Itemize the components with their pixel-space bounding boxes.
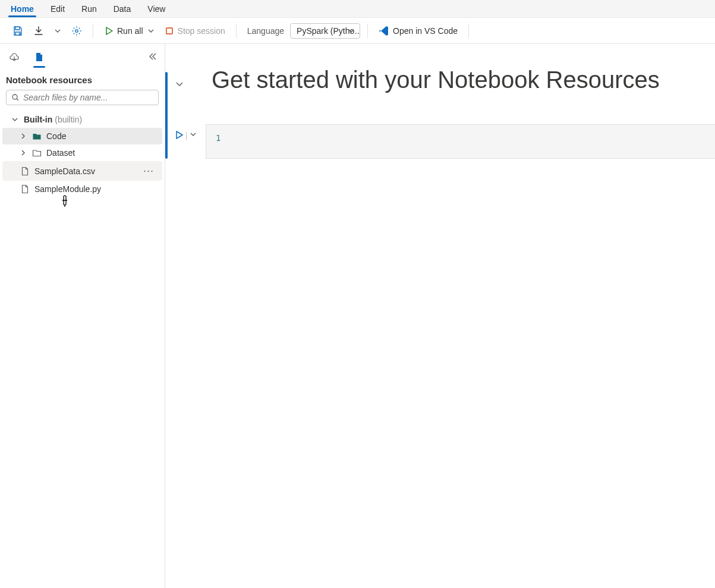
vscode-icon <box>379 26 389 36</box>
toolbar-divider <box>236 24 237 38</box>
play-icon <box>174 130 184 140</box>
notebook-title: Get started with your Notebook Resources <box>165 44 715 108</box>
save-icon <box>12 25 24 37</box>
menu-bar: Home Edit Run Data View <box>0 0 715 18</box>
search-icon <box>11 93 20 102</box>
run-all-button[interactable]: Run all <box>100 24 159 38</box>
run-all-label: Run all <box>117 26 143 36</box>
stop-icon <box>165 26 174 36</box>
settings-icon <box>71 26 82 36</box>
tree-file-samplemodule[interactable]: SampleModule.py <box>2 181 162 197</box>
toolbar-divider <box>468 24 469 38</box>
toolbar: Run all Stop session Language PySpark (P… <box>0 18 715 44</box>
folder-icon <box>32 131 42 141</box>
menu-run[interactable]: Run <box>73 1 105 17</box>
svg-point-2 <box>12 95 17 99</box>
open-vscode-label: Open in VS Code <box>393 26 458 36</box>
folder-open-icon <box>32 148 42 158</box>
play-icon <box>104 26 114 36</box>
file-more-button[interactable]: ··· <box>140 165 158 177</box>
svg-rect-1 <box>166 28 172 34</box>
tree-file-samplemodule-label: SampleModule.py <box>34 184 101 194</box>
tree-root-label: Built-in(builtin) <box>24 115 82 124</box>
tree-file-sampledata-label: SampleData.csv <box>34 166 95 176</box>
resource-tree: Built-in(builtin) Code Datase <box>0 111 165 197</box>
code-editor[interactable]: 1 <box>206 124 715 159</box>
chevron-down-icon <box>11 115 19 124</box>
active-cell-marker <box>165 72 168 159</box>
notebook-content: Get started with your Notebook Resources… <box>165 44 715 588</box>
collapse-sidebar-button[interactable] <box>148 52 158 63</box>
file-icon <box>20 184 30 194</box>
toolbar-divider <box>367 24 368 38</box>
sidebar-title: Notebook resources <box>0 67 165 90</box>
sidebar: Notebook resources Built-in(builtin) <box>0 44 165 588</box>
tree-file-sampledata[interactable]: SampleData.csv ··· <box>2 161 162 181</box>
download-icon <box>33 26 44 36</box>
collapse-cell-button[interactable] <box>175 80 184 91</box>
main-area: Notebook resources Built-in(builtin) <box>0 44 715 588</box>
stop-session-label: Stop session <box>178 26 225 36</box>
toolbar-divider <box>93 24 93 38</box>
save-button[interactable] <box>8 23 27 39</box>
double-chevron-left-icon <box>148 52 158 61</box>
chevron-down-icon <box>53 27 62 35</box>
cloud-icon <box>9 52 20 62</box>
tree-folder-dataset-label: Dataset <box>46 148 75 158</box>
open-vscode-button[interactable]: Open in VS Code <box>375 23 461 39</box>
settings-button[interactable] <box>68 23 86 39</box>
search-box[interactable] <box>6 90 159 105</box>
svg-point-0 <box>75 29 78 32</box>
stop-session-button[interactable]: Stop session <box>161 24 229 38</box>
gutter-divider <box>186 132 187 140</box>
run-cell-dropdown[interactable] <box>189 130 197 140</box>
language-label: Language <box>244 26 288 36</box>
chevron-right-icon <box>19 149 27 157</box>
sidebar-tab-resources[interactable] <box>32 50 46 64</box>
menu-data[interactable]: Data <box>105 1 140 17</box>
tree-folder-code-label: Code <box>46 131 66 141</box>
download-button[interactable] <box>30 23 48 39</box>
chevron-right-icon <box>19 132 27 140</box>
menu-home[interactable]: Home <box>2 1 42 17</box>
menu-edit[interactable]: Edit <box>42 1 73 17</box>
menu-view[interactable]: View <box>139 1 174 17</box>
language-select[interactable]: PySpark (Pytho… <box>290 23 360 39</box>
cell-gutter <box>165 124 206 142</box>
tree-folder-code[interactable]: Code <box>2 128 162 144</box>
chevron-down-icon <box>175 80 184 89</box>
sidebar-tab-lakehouse[interactable] <box>7 50 21 64</box>
line-number: 1 <box>216 133 221 143</box>
code-cell[interactable]: 1 <box>165 124 715 159</box>
run-cell-button[interactable] <box>174 130 184 142</box>
chevron-down-icon <box>189 130 197 139</box>
tree-folder-dataset[interactable]: Dataset <box>2 144 162 161</box>
tree-root-builtin[interactable]: Built-in(builtin) <box>2 111 162 128</box>
chevron-down-icon <box>147 27 155 35</box>
sidebar-tabs <box>0 44 165 67</box>
search-input[interactable] <box>23 93 153 102</box>
file-icon <box>20 166 30 176</box>
download-dropdown[interactable] <box>50 24 65 37</box>
file-icon <box>34 52 45 62</box>
